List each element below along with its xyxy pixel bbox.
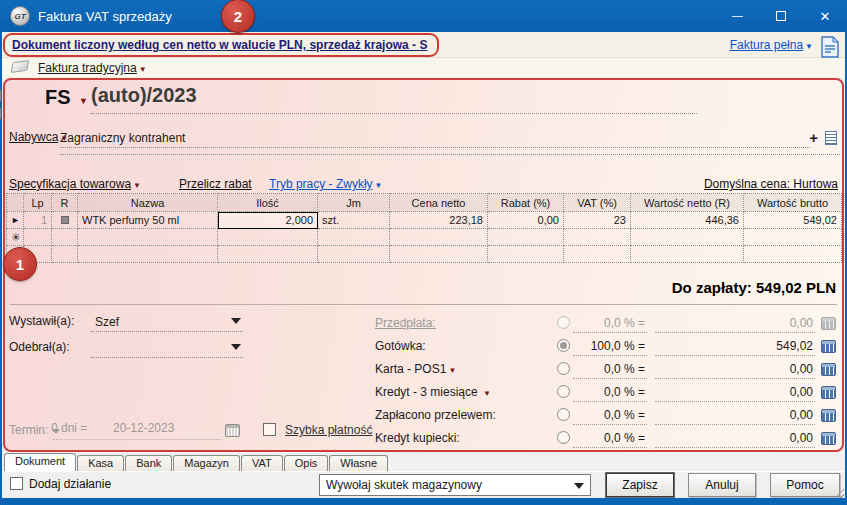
help-button[interactable]: Pomoc (770, 473, 840, 497)
tab-wlasne[interactable]: Własne (329, 455, 388, 471)
quick-payment-label[interactable]: Szybka płatność (285, 423, 372, 437)
col-cena-netto[interactable]: Cena netto (390, 194, 488, 212)
chevron-down-icon: ▼ (139, 65, 147, 74)
table-row[interactable]: ✳ (7, 229, 842, 246)
doctype-link[interactable]: Dokument liczony według cen netto w walu… (12, 38, 427, 52)
cash-radio[interactable] (557, 339, 570, 352)
recalc-discount-link[interactable]: Przelicz rabat (179, 177, 252, 191)
col-ilosc[interactable]: Ilość (218, 194, 318, 212)
spec-menu[interactable]: Specyfikacja towarowa▼ (9, 177, 141, 191)
card-dropdown[interactable]: Karta - POS1▼ (375, 362, 456, 376)
transfer-radio[interactable] (557, 408, 570, 421)
add-buyer-button[interactable]: + (809, 129, 818, 146)
prepayment-link[interactable]: Przedpłata: (375, 316, 436, 330)
prepayment-percent-field[interactable]: 0,0 % = (573, 314, 647, 333)
full-invoice-link[interactable]: Faktura pełna▼ (730, 38, 813, 52)
close-button[interactable]: ✕ (803, 0, 847, 32)
credit-amount-field[interactable]: 0,00 (655, 383, 815, 402)
cell-net[interactable] (631, 229, 744, 246)
cell-lp[interactable] (24, 229, 52, 246)
maximize-button[interactable] (759, 0, 803, 32)
calculator-icon[interactable] (821, 340, 836, 353)
cell-r-flag[interactable] (52, 246, 78, 263)
cell-jm[interactable] (318, 246, 390, 263)
term-date[interactable]: 20-12-2023 (113, 421, 174, 435)
credit-radio[interactable] (557, 385, 570, 398)
cell-vat[interactable] (564, 246, 631, 263)
cell-name[interactable] (78, 229, 218, 246)
cancel-button[interactable]: Anuluj (688, 473, 756, 497)
annotation-badge-2: 2 (221, 0, 255, 33)
calendar-icon[interactable] (0, 89, 1, 102)
minimize-button[interactable] (715, 0, 759, 32)
cell-qty[interactable] (218, 246, 318, 263)
col-wartosc-brutto[interactable]: Wartość brutto (744, 194, 842, 212)
invoice-style-link[interactable]: Faktura tradycyjna▼ (38, 61, 147, 75)
cell-r-flag[interactable] (52, 229, 78, 246)
tab-dokument[interactable]: Dokument (4, 453, 76, 471)
cell-discount[interactable] (488, 246, 564, 263)
table-row[interactable] (7, 246, 842, 263)
col-r[interactable]: R (52, 194, 78, 212)
tab-kasa[interactable]: Kasa (77, 455, 124, 471)
cell-gross[interactable]: 549,02 (744, 212, 842, 229)
add-action-checkbox[interactable] (10, 477, 23, 490)
calculator-icon[interactable] (821, 386, 836, 399)
doc-symbol[interactable]: FS (45, 86, 71, 109)
add-action-label[interactable]: Dodaj działanie (29, 477, 111, 491)
col-lp[interactable]: Lp (24, 194, 52, 212)
tab-vat[interactable]: VAT (241, 455, 283, 471)
cell-net[interactable]: 446,36 (631, 212, 744, 229)
calculator-icon[interactable] (821, 317, 836, 330)
cash-amount-field[interactable]: 549,02 (655, 337, 815, 356)
cell-r-flag[interactable] (52, 212, 78, 229)
calculator-icon[interactable] (821, 363, 836, 376)
calendar-icon[interactable] (225, 424, 240, 437)
col-jm[interactable]: Jm (318, 194, 390, 212)
cell-price[interactable]: 223,18 (390, 212, 488, 229)
cell-discount[interactable] (488, 229, 564, 246)
default-price-link[interactable]: Domyślna cena: Hurtowa (704, 177, 838, 191)
buyer-list-icon[interactable] (825, 131, 837, 145)
warehouse-effect-select[interactable]: Wywołaj skutek magazynowy (319, 474, 591, 496)
cell-gross[interactable] (744, 246, 842, 263)
calendar-icon[interactable] (0, 107, 1, 120)
cell-gross[interactable] (744, 229, 842, 246)
card-percent-field[interactable]: 0,0 % = (573, 360, 647, 379)
prepayment-amount-field[interactable]: 0,00 (655, 314, 815, 333)
doc-symbol-dropdown-icon[interactable]: ▼ (79, 96, 88, 106)
col-rabat[interactable]: Rabat (%) (488, 194, 564, 212)
table-row[interactable]: ► 1 WTK perfumy 50 ml 2,000 szt. 223,18 … (7, 212, 842, 229)
col-vat[interactable]: VAT (%) (564, 194, 631, 212)
document-icon[interactable] (820, 36, 840, 58)
cell-qty[interactable] (218, 229, 318, 246)
cell-vat[interactable]: 23 (564, 212, 631, 229)
save-button[interactable]: Zapisz (606, 473, 674, 497)
credit-dropdown[interactable]: Kredyt - 3 miesiące ▼ (375, 385, 491, 399)
cell-qty-focused[interactable]: 2,000 (218, 212, 318, 229)
cell-vat[interactable] (564, 229, 631, 246)
tab-magazyn[interactable]: Magazyn (173, 455, 240, 471)
tab-bank[interactable]: Bank (125, 455, 172, 471)
cell-jm[interactable] (318, 229, 390, 246)
card-radio[interactable] (557, 362, 570, 375)
doc-number-field[interactable]: (auto)/2023 (91, 84, 697, 114)
col-nazwa[interactable]: Nazwa (78, 194, 218, 212)
cell-price[interactable] (390, 246, 488, 263)
cell-price[interactable] (390, 229, 488, 246)
buyer-address-field[interactable] (60, 154, 840, 155)
cell-jm[interactable]: szt. (318, 212, 390, 229)
cell-net[interactable] (631, 246, 744, 263)
prepayment-radio[interactable] (557, 316, 570, 329)
cash-percent-field[interactable]: 100,0 % = (573, 337, 647, 356)
card-amount-field[interactable]: 0,00 (655, 360, 815, 379)
work-mode-link[interactable]: Tryb pracy - Zwykły▼ (269, 177, 382, 191)
cell-name[interactable] (78, 246, 218, 263)
cell-name[interactable]: WTK perfumy 50 ml (78, 212, 218, 229)
tab-opis[interactable]: Opis (284, 455, 329, 471)
col-wartosc-netto[interactable]: Wartość netto (R) (631, 194, 744, 212)
quick-payment-checkbox[interactable] (263, 423, 276, 436)
cell-discount[interactable]: 0,00 (488, 212, 564, 229)
credit-percent-field[interactable]: 0,0 % = (573, 383, 647, 402)
buyer-field[interactable]: Zagraniczny kontrahent (60, 128, 810, 148)
